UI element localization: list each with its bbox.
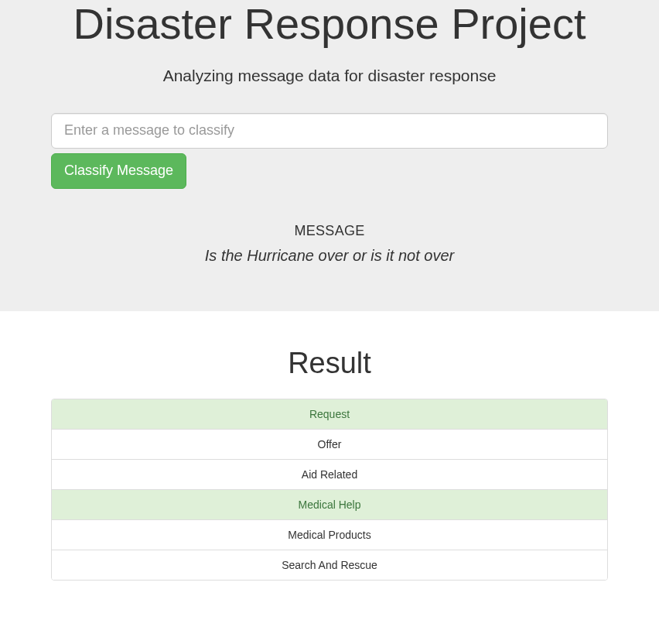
page-title: Disaster Response Project: [51, 0, 608, 48]
classify-form: Classify Message: [51, 113, 608, 189]
result-list: RequestOfferAid RelatedMedical HelpMedic…: [51, 399, 608, 581]
results-section: Result RequestOfferAid RelatedMedical He…: [0, 311, 659, 581]
classify-button[interactable]: Classify Message: [51, 153, 186, 189]
message-text: Is the Hurricane over or is it not over: [51, 247, 608, 265]
result-item: Medical Products: [52, 519, 607, 550]
message-label: MESSAGE: [51, 223, 608, 239]
result-title: Result: [51, 347, 608, 380]
result-item: Request: [52, 399, 607, 429]
result-item: Offer: [52, 429, 607, 459]
result-item: Aid Related: [52, 459, 607, 489]
message-block: MESSAGE Is the Hurricane over or is it n…: [51, 223, 608, 265]
message-input[interactable]: [51, 113, 608, 149]
hero-section: Disaster Response Project Analyzing mess…: [0, 0, 659, 311]
result-item: Search And Rescue: [52, 550, 607, 580]
page-subtitle: Analyzing message data for disaster resp…: [51, 67, 608, 85]
result-item: Medical Help: [52, 489, 607, 519]
